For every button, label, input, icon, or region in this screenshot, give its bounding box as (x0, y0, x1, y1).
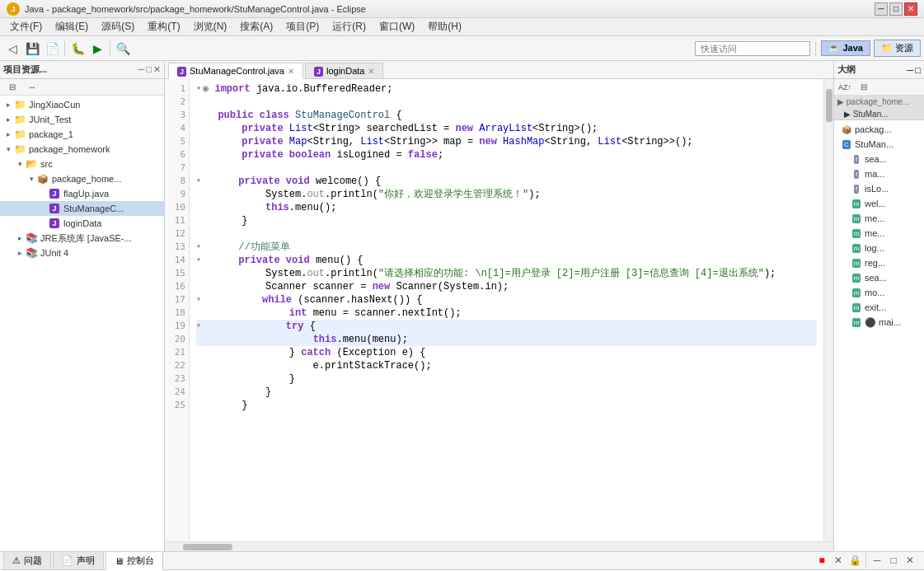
menu-item-s[interactable]: 源码(S) (95, 18, 141, 35)
toolbar: ◁ 💾 📄 🐛 ▶ 🔍 ☕ Java 📁 资源 (0, 36, 924, 61)
tree-item-package_1[interactable]: ▸📁package_1 (0, 127, 164, 142)
outline-item-12[interactable]: mexit... (834, 300, 924, 315)
menu-item-w[interactable]: 窗口(W) (373, 18, 421, 35)
code-line-16: Scanner scanner = new Scanner(System.in)… (196, 280, 817, 293)
close-button[interactable]: ✕ (904, 2, 917, 16)
app-icon: J (7, 2, 20, 16)
tree-item-loginData[interactable]: JloginData (0, 216, 164, 231)
outline-item-11[interactable]: mmo... (834, 285, 924, 300)
menu-item-r[interactable]: 运行(R) (326, 18, 373, 35)
collapse-arrow-1[interactable]: ▾ (196, 82, 201, 96)
code-line-14: ▾ private void menu() { (196, 254, 817, 267)
tab-close-stumanagecontroljava[interactable]: ✕ (288, 67, 294, 76)
right-panel-minimize[interactable]: ─ (908, 65, 914, 75)
tree-item-junit_test[interactable]: ▸📁JUnit_Test (0, 112, 164, 127)
maximize-button[interactable]: □ (889, 2, 903, 16)
tree-label-package_homework: package_homework (29, 144, 110, 154)
outline-item-5[interactable]: mwel... (834, 196, 924, 211)
outline-filter[interactable]: ⊟ (855, 78, 873, 96)
tree-label-flagUp: flagUp.java (63, 189, 109, 199)
line-num-18: 18 (165, 307, 189, 320)
bottom-tab-声明[interactable]: 📄 声明 (53, 551, 104, 569)
tab-close-logindata[interactable]: ✕ (368, 67, 374, 76)
editor-area[interactable]: 1234567891011121314151617181920212223242… (165, 79, 833, 541)
code-line-2 (196, 96, 817, 109)
outline-item-4[interactable]: fisLo... (834, 181, 924, 196)
console-clear-btn[interactable]: ✕ (831, 553, 846, 568)
console-scroll-lock[interactable]: 🔒 (847, 553, 862, 568)
tree-item-jingxiaocun[interactable]: ▸📁JingXiaoCun (0, 97, 164, 112)
toolbar-save[interactable]: 💾 (23, 40, 41, 58)
toolbar-run[interactable]: ▶ (88, 40, 106, 58)
code-line-11: } (196, 214, 817, 227)
line-num-21: 21 (165, 346, 189, 359)
menu-item-n[interactable]: 浏览(N) (187, 18, 234, 35)
console-stop-btn[interactable]: ■ (814, 553, 829, 568)
collapse-arrow-19[interactable]: ▾ (196, 320, 201, 333)
left-panel-close[interactable]: ✕ (153, 64, 161, 75)
tree-item-package_homework[interactable]: ▾📁package_homework (0, 142, 164, 157)
console-close[interactable]: ✕ (903, 553, 917, 568)
toolbar-debug[interactable]: 🐛 (68, 40, 87, 58)
java-perspective-btn[interactable]: ☕ Java (821, 40, 870, 56)
tree-icon-package_1: 📁 (13, 128, 26, 141)
tree-link-editor[interactable]: ↔ (23, 78, 41, 96)
line-num-8: 8 (165, 175, 189, 188)
outline-item-1[interactable]: CStuMan... (834, 137, 924, 152)
line-num-5: 5 (165, 135, 189, 148)
menu-item-f[interactable]: 文件(F) (3, 18, 49, 35)
outline-item-7[interactable]: mme... (834, 226, 924, 241)
editor-tab-logindata[interactable]: JloginData✕ (305, 63, 384, 78)
tree-item-stuManage[interactable]: JStuManageC... (0, 201, 164, 216)
outline-icon-1: C (841, 138, 852, 150)
outline-item-6[interactable]: mme... (834, 211, 924, 226)
toolbar-back[interactable]: ◁ (3, 40, 21, 58)
resources-perspective-btn[interactable]: 📁 资源 (874, 40, 921, 57)
outline-sort[interactable]: AZ↑ (836, 78, 854, 96)
left-panel: 项目资源... ─ □ ✕ ⊟ ↔ ▸📁JingXiaoCun▸📁JUnit_T… (0, 61, 165, 551)
tree-item-src[interactable]: ▾📂src (0, 157, 164, 171)
outline-item-3[interactable]: fma... (834, 166, 924, 181)
editor-scrollbar-h[interactable] (165, 541, 833, 551)
editor-scrollbar-v[interactable] (823, 79, 833, 541)
collapse-arrow-14[interactable]: ▾ (196, 254, 201, 267)
menu-item-h[interactable]: 帮助(H) (421, 18, 468, 35)
bottom-tab-控制台[interactable]: 🖥 控制台 (106, 551, 163, 570)
outline-item-0[interactable]: 📦packag... (834, 122, 924, 137)
left-panel-maximize[interactable]: □ (146, 64, 152, 75)
tree-item-junit4[interactable]: ▸📚JUnit 4 (0, 246, 164, 260)
tab-icon-stumanagecontroljava: J (177, 67, 186, 76)
menu-item-a[interactable]: 搜索(A) (233, 18, 279, 35)
collapse-arrow-13[interactable]: ▾ (196, 241, 201, 254)
console-minimize[interactable]: ─ (870, 553, 884, 568)
menu-item-e[interactable]: 编辑(E) (49, 18, 95, 35)
tree-item-package_home[interactable]: ▾📦package_home... (0, 171, 164, 186)
toolbar-search[interactable]: 🔍 (114, 40, 132, 58)
console-maximize[interactable]: □ (886, 553, 901, 568)
left-panel-minimize[interactable]: ─ (138, 64, 145, 75)
minimize-button[interactable]: ─ (875, 2, 888, 16)
tree-item-jre[interactable]: ▸📚JRE系统库 [JavaSE-... (0, 231, 164, 246)
collapse-arrow-17[interactable]: ▾ (196, 293, 201, 307)
tree-arrow-src: ▾ (15, 160, 25, 168)
left-panel-title: 项目资源... (3, 63, 47, 76)
code-editor[interactable]: ▾◉ import java.io.BufferedReader; public… (190, 79, 823, 541)
outline-item-9[interactable]: mreg... (834, 255, 924, 270)
toolbar-new[interactable]: 📄 (43, 40, 61, 58)
outline-item-10[interactable]: msea... (834, 270, 924, 285)
outline-item-8[interactable]: mlog... (834, 241, 924, 255)
bottom-tab-问题[interactable]: ⚠ 问题 (3, 551, 51, 569)
tree-collapse-all[interactable]: ⊟ (3, 78, 21, 96)
line-num-19: 19 (165, 320, 189, 333)
tree-icon-src: 📂 (25, 157, 38, 171)
right-panel-maximize[interactable]: □ (915, 65, 921, 75)
title-bar: J Java - package_homework/src/package_ho… (0, 0, 924, 18)
menu-item-t[interactable]: 重构(T) (141, 18, 186, 35)
outline-item-2[interactable]: fsea... (834, 152, 924, 166)
outline-item-13[interactable]: m⚫ mai... (834, 315, 924, 330)
quick-access-input[interactable] (695, 41, 810, 56)
editor-tab-stumanagecontroljava[interactable]: JStuManageControl.java✕ (168, 63, 303, 79)
tree-item-flagUp[interactable]: JflagUp.java (0, 186, 164, 201)
menu-item-p[interactable]: 项目(P) (279, 18, 326, 35)
collapse-arrow-8[interactable]: ▾ (196, 175, 201, 188)
